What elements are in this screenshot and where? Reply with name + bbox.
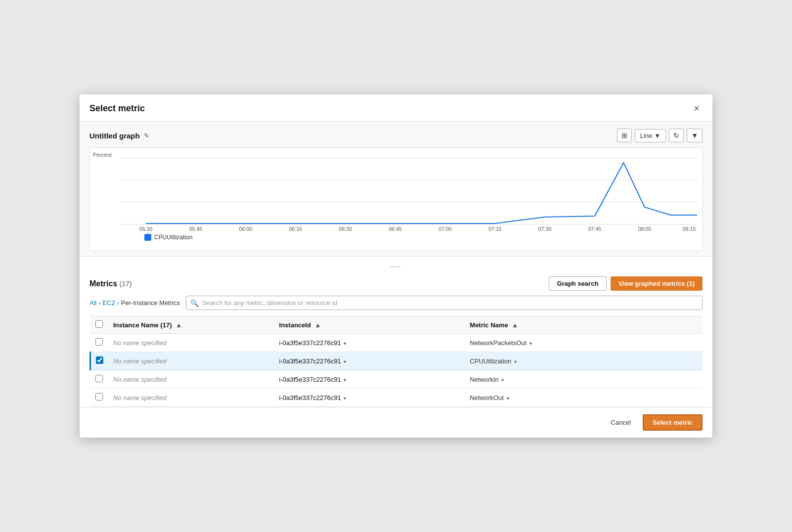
legend-color-dot bbox=[144, 234, 151, 241]
chart-container: Percent 4.33 2.2 0.066 05:30 05:45 06:00 bbox=[89, 147, 703, 251]
cell-instance-name: No name specified bbox=[108, 389, 274, 407]
breadcrumb-search-row: All › EC2 › Per-Instance Metrics 🔍 bbox=[89, 296, 703, 310]
col-header-instance-id[interactable]: InstanceId ▲ bbox=[274, 316, 465, 334]
svg-text:05:30: 05:30 bbox=[139, 226, 153, 232]
more-options-button[interactable]: ▼ bbox=[687, 129, 703, 142]
col-header-metric-name[interactable]: Metric Name ▲ bbox=[465, 316, 703, 334]
svg-text:06:45: 06:45 bbox=[389, 226, 402, 232]
instance-id-dropdown[interactable]: ▾ bbox=[344, 377, 346, 383]
sort-arrow-metric: ▲ bbox=[512, 321, 518, 329]
graph-section: Untitled graph ✎ ⊞ Line ▼ ↻ ▼ bbox=[80, 122, 712, 257]
cancel-button[interactable]: Cancel bbox=[604, 416, 638, 429]
refresh-button[interactable]: ↻ bbox=[669, 129, 684, 142]
row-checkbox-0[interactable] bbox=[95, 338, 103, 346]
row-checkbox-3[interactable] bbox=[95, 393, 103, 400]
row-checkbox-cell bbox=[90, 370, 109, 389]
col-label-instance: Instance Name (17) bbox=[113, 321, 172, 329]
breadcrumb-sep-1: › bbox=[98, 300, 100, 307]
row-checkbox-cell bbox=[90, 334, 109, 352]
col-label-metric: Metric Name bbox=[470, 321, 508, 329]
graph-search-button[interactable]: Graph search bbox=[549, 276, 607, 291]
instance-id-dropdown[interactable]: ▾ bbox=[344, 359, 346, 364]
metric-name-dropdown[interactable]: ▾ bbox=[514, 359, 517, 364]
chart-svg: 4.33 2.2 0.066 05:30 05:45 06:00 06:15 0… bbox=[120, 153, 697, 232]
resize-handle[interactable]: ⎯⎯ bbox=[80, 257, 712, 269]
table-row: No name specifiedi-0a3f5e337c2276c91 ▾Ne… bbox=[90, 334, 703, 352]
row-checkbox-cell bbox=[90, 352, 109, 370]
cell-instance-id: i-0a3f5e337c2276c91 ▾ bbox=[274, 334, 465, 352]
line-label: Line bbox=[640, 132, 653, 139]
cell-metric-name: NetworkPacketsOut ▾ bbox=[465, 334, 703, 352]
cell-instance-name: No name specified bbox=[108, 370, 274, 389]
select-metric-button[interactable]: Select metric bbox=[643, 414, 703, 431]
svg-text:07:30: 07:30 bbox=[538, 226, 552, 232]
table-header-row: Instance Name (17) ▲ InstanceId ▲ Metric… bbox=[90, 316, 703, 334]
instance-id-dropdown[interactable]: ▾ bbox=[344, 341, 346, 346]
svg-text:08:15: 08:15 bbox=[683, 226, 696, 232]
chevron-down-icon: ▼ bbox=[654, 132, 660, 139]
chart-legend: CPUUtilization bbox=[144, 234, 697, 241]
svg-text:06:15: 06:15 bbox=[289, 226, 302, 232]
cell-metric-name: NetworkOut ▾ bbox=[465, 389, 703, 407]
close-button[interactable]: × bbox=[691, 102, 703, 114]
breadcrumb-current: Per-Instance Metrics bbox=[121, 299, 180, 307]
search-input-wrap: 🔍 bbox=[186, 296, 703, 310]
metrics-title-row: Metrics (17) bbox=[89, 279, 132, 288]
cell-metric-name: NetworkIn ▾ bbox=[465, 370, 703, 389]
metrics-table: Instance Name (17) ▲ InstanceId ▲ Metric… bbox=[89, 316, 703, 407]
svg-text:06:30: 06:30 bbox=[339, 226, 352, 232]
dialog-footer: Cancel Select metric bbox=[80, 407, 712, 438]
breadcrumb-sep-2: › bbox=[117, 300, 119, 307]
svg-text:06:00: 06:00 bbox=[239, 226, 253, 232]
cell-instance-id: i-0a3f5e337c2276c91 ▾ bbox=[274, 352, 465, 370]
row-checkbox-1[interactable] bbox=[96, 356, 103, 364]
metrics-actions: Graph search View graphed metrics (1) bbox=[549, 276, 703, 291]
dialog-header: Select metric × bbox=[80, 94, 712, 122]
table-row: No name specifiedi-0a3f5e337c2276c91 ▾Ne… bbox=[90, 370, 703, 389]
svg-text:07:00: 07:00 bbox=[439, 226, 452, 232]
chart-y-label: Percent bbox=[93, 152, 112, 158]
svg-text:07:15: 07:15 bbox=[488, 226, 502, 232]
cell-instance-name: No name specified bbox=[108, 352, 274, 370]
line-type-button[interactable]: Line ▼ bbox=[635, 129, 666, 142]
refresh-icon: ↻ bbox=[673, 132, 679, 139]
metric-search-input[interactable] bbox=[186, 296, 703, 310]
cell-instance-id: i-0a3f5e337c2276c91 ▾ bbox=[274, 389, 465, 407]
metrics-title: Metrics (17) bbox=[89, 279, 132, 288]
cell-instance-id: i-0a3f5e337c2276c91 ▾ bbox=[274, 370, 465, 389]
metric-name-dropdown[interactable]: ▾ bbox=[501, 377, 504, 383]
metrics-section: Metrics (17) Graph search View graphed m… bbox=[80, 269, 712, 407]
search-icon: 🔍 bbox=[190, 299, 199, 307]
breadcrumb-all[interactable]: All bbox=[89, 299, 96, 307]
row-checkbox-cell bbox=[90, 389, 109, 407]
metrics-count: (17) bbox=[119, 280, 132, 288]
svg-text:08:00: 08:00 bbox=[638, 226, 652, 232]
select-all-checkbox[interactable] bbox=[95, 320, 103, 328]
col-label-iid: InstanceId bbox=[279, 321, 311, 329]
metric-name-dropdown[interactable]: ▾ bbox=[507, 396, 509, 401]
graph-toolbar: Untitled graph ✎ ⊞ Line ▼ ↻ ▼ bbox=[89, 129, 703, 142]
metrics-title-text: Metrics bbox=[89, 279, 117, 288]
view-graphed-button[interactable]: View graphed metrics (1) bbox=[611, 276, 703, 291]
col-header-instance-name[interactable]: Instance Name (17) ▲ bbox=[108, 316, 274, 334]
graph-title-row: Untitled graph ✎ bbox=[89, 132, 149, 140]
dialog-title: Select metric bbox=[89, 103, 145, 114]
breadcrumb: All › EC2 › Per-Instance Metrics bbox=[89, 299, 180, 307]
sort-arrow-instance: ▲ bbox=[176, 321, 182, 329]
breadcrumb-ec2[interactable]: EC2 bbox=[102, 299, 115, 307]
table-row: No name specifiedi-0a3f5e337c2276c91 ▾CP… bbox=[90, 352, 703, 370]
svg-text:05:45: 05:45 bbox=[189, 226, 203, 232]
instance-id-dropdown[interactable]: ▾ bbox=[344, 396, 346, 401]
grid-view-button[interactable]: ⊞ bbox=[617, 129, 632, 142]
edit-icon[interactable]: ✎ bbox=[144, 132, 149, 139]
cell-instance-name: No name specified bbox=[108, 334, 274, 352]
cell-metric-name: CPUUtilization ▾ bbox=[465, 352, 703, 370]
sort-arrow-iid: ▲ bbox=[314, 321, 321, 329]
chevron-down-icon: ▼ bbox=[691, 132, 698, 139]
metric-name-dropdown[interactable]: ▾ bbox=[529, 341, 532, 346]
chart-area: 4.33 2.2 0.066 05:30 05:45 06:00 06:15 0… bbox=[120, 153, 697, 232]
table-row: No name specifiedi-0a3f5e337c2276c91 ▾Ne… bbox=[90, 389, 703, 407]
row-checkbox-2[interactable] bbox=[95, 375, 103, 382]
graph-name: Untitled graph bbox=[89, 132, 140, 140]
toolbar-right: ⊞ Line ▼ ↻ ▼ bbox=[617, 129, 703, 142]
